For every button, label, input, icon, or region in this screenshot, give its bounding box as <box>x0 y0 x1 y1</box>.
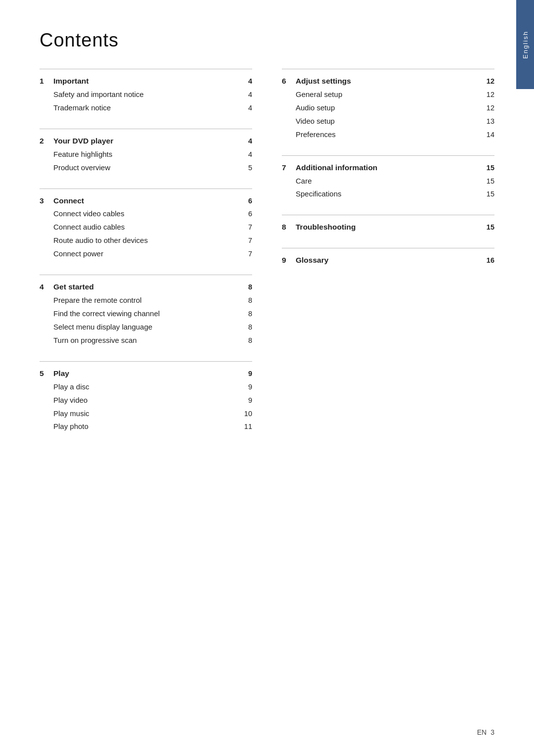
section-number: 8 <box>282 221 293 234</box>
toc-item: Turn on progressive scan8 <box>40 334 252 347</box>
toc-item-page: 12 <box>485 89 494 101</box>
section-page-num: 8 <box>242 282 252 293</box>
toc-section: 7Additional information15Care15Specifica… <box>282 155 494 201</box>
toc-item-label: Trademark notice <box>53 102 234 114</box>
toc-item-label: Connect power <box>53 248 234 260</box>
toc-section: 5Play9Play a disc9Play video9Play music1… <box>40 361 252 434</box>
toc-item-page: 5 <box>242 162 252 174</box>
footer-lang: EN <box>477 728 487 736</box>
toc-item-label: General setup <box>296 89 477 101</box>
toc-item-page: 4 <box>242 102 252 114</box>
toc-item-label: Connect video cables <box>53 208 234 220</box>
right-column: 6Adjust settings12General setup12Audio s… <box>282 69 494 447</box>
toc-section: 4Get started8Prepare the remote control8… <box>40 275 252 347</box>
toc-item-page: 7 <box>242 235 252 247</box>
toc-section: 3Connect6Connect video cables6Connect au… <box>40 189 252 261</box>
toc-item: Connect power7 <box>40 247 252 261</box>
section-number: 3 <box>40 194 50 207</box>
section-page-num: 6 <box>242 195 252 207</box>
section-title-label: Important <box>53 75 234 88</box>
toc-item-label: Find the correct viewing channel <box>53 308 234 320</box>
section-number: 6 <box>282 75 293 88</box>
toc-section: 2Your DVD player4Feature highlights4Prod… <box>40 129 252 175</box>
toc-section-title: 5Play9 <box>40 367 252 380</box>
section-number: 2 <box>40 135 50 147</box>
toc-item-page: 6 <box>242 208 252 220</box>
toc-item: Care15 <box>282 175 494 188</box>
toc-item-page: 9 <box>242 381 252 393</box>
contents-layout: 1Important4Safety and important notice4T… <box>40 69 494 447</box>
toc-item-page: 7 <box>242 248 252 260</box>
section-page-num: 15 <box>485 222 494 234</box>
section-page-num: 16 <box>485 255 494 267</box>
toc-item: Prepare the remote control8 <box>40 294 252 307</box>
toc-item-label: Select menu display language <box>53 321 234 333</box>
toc-item-page: 8 <box>242 322 252 333</box>
toc-item-label: Video setup <box>296 115 477 128</box>
toc-item-page: 14 <box>485 129 494 141</box>
toc-item-page: 12 <box>485 102 494 114</box>
toc-section: 6Adjust settings12General setup12Audio s… <box>282 69 494 142</box>
toc-item: Play music10 <box>40 407 252 421</box>
toc-item: Play a disc9 <box>40 380 252 394</box>
toc-item: Product overview5 <box>40 161 252 175</box>
section-number: 5 <box>40 367 50 380</box>
side-tab-label: English <box>522 31 529 59</box>
toc-item-label: Preferences <box>296 129 477 141</box>
toc-item-label: Safety and important notice <box>53 89 234 101</box>
toc-item-page: 8 <box>242 335 252 347</box>
toc-item-label: Play photo <box>53 421 234 433</box>
toc-section: 8Troubleshooting15 <box>282 215 494 234</box>
toc-item-page: 10 <box>242 408 252 420</box>
toc-item: Specifications15 <box>282 188 494 201</box>
toc-item: Select menu display language8 <box>40 321 252 334</box>
toc-item: Feature highlights4 <box>40 148 252 161</box>
toc-item-label: Turn on progressive scan <box>53 334 234 347</box>
section-title-label: Additional information <box>296 161 477 174</box>
toc-item: Connect audio cables7 <box>40 221 252 234</box>
toc-item: Route audio to other devices7 <box>40 234 252 247</box>
toc-item-page: 9 <box>242 395 252 407</box>
toc-item-label: Play video <box>53 394 234 407</box>
section-number: 7 <box>282 161 293 174</box>
toc-item-label: Specifications <box>296 188 477 200</box>
section-title-label: Play <box>53 367 234 380</box>
toc-item: General setup12 <box>282 88 494 101</box>
toc-item: Play video9 <box>40 394 252 407</box>
toc-item: Connect video cables6 <box>40 207 252 221</box>
toc-section-title: 8Troubleshooting15 <box>282 220 494 234</box>
toc-item: Preferences14 <box>282 128 494 142</box>
toc-section-title: 4Get started8 <box>40 280 252 294</box>
toc-item-label: Connect audio cables <box>53 221 234 234</box>
toc-item: Safety and important notice4 <box>40 88 252 101</box>
section-title-label: Troubleshooting <box>296 221 477 234</box>
toc-item: Trademark notice4 <box>40 101 252 115</box>
footer-page: 3 <box>490 728 494 736</box>
section-page-num: 9 <box>242 368 252 380</box>
section-title-label: Your DVD player <box>53 135 234 147</box>
section-title-label: Connect <box>53 194 234 207</box>
section-title-label: Adjust settings <box>296 75 477 88</box>
section-number: 4 <box>40 281 50 293</box>
toc-item: Find the correct viewing channel8 <box>40 307 252 321</box>
section-page-num: 12 <box>485 76 494 88</box>
toc-item-label: Play music <box>53 408 234 420</box>
toc-item-page: 7 <box>242 222 252 234</box>
section-page-num: 15 <box>485 162 494 174</box>
toc-item: Play photo11 <box>40 420 252 433</box>
page-footer: EN 3 <box>477 728 494 736</box>
section-number: 9 <box>282 254 293 267</box>
section-number: 1 <box>40 75 50 88</box>
toc-section: 9Glossary16 <box>282 248 494 267</box>
toc-item-page: 13 <box>485 116 494 128</box>
toc-item-label: Play a disc <box>53 381 234 393</box>
toc-item-page: 8 <box>242 295 252 307</box>
toc-section-title: 3Connect6 <box>40 194 252 208</box>
toc-item-page: 15 <box>485 189 494 200</box>
section-page-num: 4 <box>242 136 252 147</box>
toc-item-page: 4 <box>242 149 252 161</box>
toc-section-title: 1Important4 <box>40 74 252 88</box>
toc-section-title: 2Your DVD player4 <box>40 134 252 148</box>
toc-item-page: 15 <box>485 176 494 188</box>
section-title-label: Get started <box>53 281 234 293</box>
